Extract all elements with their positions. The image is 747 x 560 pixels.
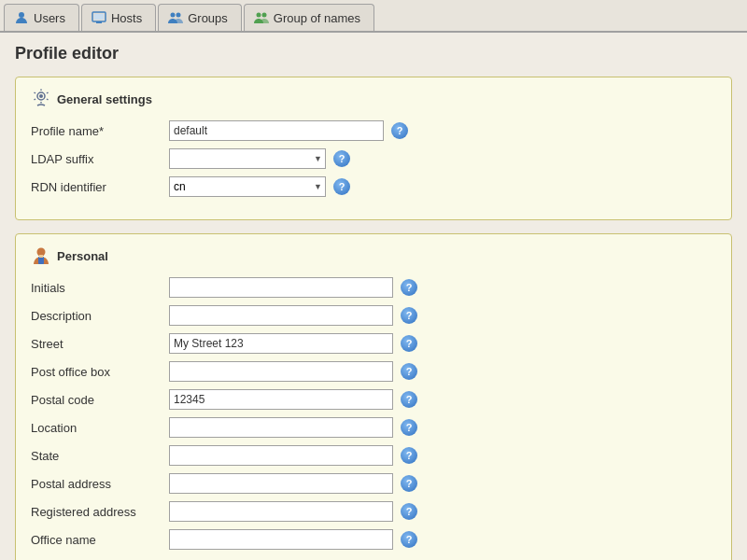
rdn-identifier-select[interactable]: cn bbox=[169, 176, 326, 197]
initials-input[interactable] bbox=[169, 277, 393, 298]
svg-point-0 bbox=[19, 12, 24, 18]
description-label: Description bbox=[31, 309, 162, 323]
office-name-label: Office name bbox=[31, 533, 162, 547]
svg-point-5 bbox=[176, 13, 181, 18]
personal-title: Personal bbox=[57, 249, 108, 263]
svg-point-7 bbox=[261, 13, 266, 18]
personal-icon bbox=[31, 245, 51, 266]
rdn-identifier-row: RDN identifier cn ? bbox=[31, 176, 716, 197]
general-settings-title: General settings bbox=[57, 92, 152, 106]
registered-address-row: Registered address ? bbox=[31, 501, 716, 522]
location-row: Location ? bbox=[31, 417, 716, 438]
svg-line-12 bbox=[47, 99, 49, 100]
street-input[interactable] bbox=[169, 333, 393, 354]
office-name-help[interactable]: ? bbox=[401, 531, 417, 548]
tab-group-of-names[interactable]: Group of names bbox=[244, 4, 374, 31]
tab-groups-label: Groups bbox=[188, 11, 228, 25]
profile-name-row: Profile name ? bbox=[31, 120, 716, 141]
main-content: Profile editor General settings Profile … bbox=[0, 33, 747, 560]
location-input[interactable] bbox=[169, 417, 393, 438]
postal-address-label: Postal address bbox=[31, 477, 162, 491]
ldap-suffix-help[interactable]: ? bbox=[333, 150, 350, 167]
profile-name-help[interactable]: ? bbox=[391, 122, 408, 139]
post-office-box-input[interactable] bbox=[169, 361, 393, 382]
initials-help[interactable]: ? bbox=[401, 279, 417, 296]
postal-address-help[interactable]: ? bbox=[401, 475, 417, 492]
svg-point-15 bbox=[39, 94, 43, 98]
state-help[interactable]: ? bbox=[401, 447, 417, 464]
svg-line-11 bbox=[35, 92, 36, 93]
tab-bar: Users Hosts Groups bbox=[0, 0, 747, 33]
street-help[interactable]: ? bbox=[401, 335, 417, 352]
svg-rect-3 bbox=[96, 21, 102, 23]
personal-header: Personal bbox=[31, 245, 716, 266]
general-settings-icon bbox=[31, 89, 51, 109]
groups-icon bbox=[168, 10, 183, 25]
profile-name-input[interactable] bbox=[169, 120, 384, 141]
postal-address-row: Postal address ? bbox=[31, 473, 716, 494]
location-label: Location bbox=[31, 421, 162, 435]
svg-line-13 bbox=[35, 99, 36, 100]
street-row: Street ? bbox=[31, 333, 716, 354]
svg-rect-17 bbox=[38, 257, 44, 264]
state-row: State ? bbox=[31, 445, 716, 466]
street-label: Street bbox=[31, 337, 162, 351]
rdn-identifier-help[interactable]: ? bbox=[333, 178, 350, 195]
registered-address-label: Registered address bbox=[31, 505, 162, 519]
postal-code-help[interactable]: ? bbox=[401, 391, 417, 408]
tab-users-label: Users bbox=[34, 11, 65, 25]
general-settings-header: General settings bbox=[31, 89, 716, 109]
initials-label: Initials bbox=[31, 281, 162, 295]
tab-users[interactable]: Users bbox=[4, 4, 79, 31]
rdn-identifier-select-wrapper: cn bbox=[169, 176, 326, 197]
initials-row: Initials ? bbox=[31, 277, 716, 298]
svg-point-4 bbox=[171, 13, 176, 18]
post-office-box-help[interactable]: ? bbox=[401, 363, 417, 380]
general-settings-section: General settings Profile name ? LDAP suf… bbox=[15, 77, 732, 220]
ldap-suffix-row: LDAP suffix ? bbox=[31, 148, 716, 169]
tab-groups[interactable]: Groups bbox=[158, 4, 242, 31]
page-title: Profile editor bbox=[15, 44, 732, 63]
registered-address-input[interactable] bbox=[169, 501, 393, 522]
description-input[interactable] bbox=[169, 305, 393, 326]
svg-line-14 bbox=[47, 92, 49, 93]
postal-code-label: Postal code bbox=[31, 393, 162, 407]
registered-address-help[interactable]: ? bbox=[401, 503, 417, 520]
office-name-input[interactable] bbox=[169, 529, 393, 550]
ldap-suffix-select[interactable] bbox=[169, 148, 326, 169]
location-help[interactable]: ? bbox=[401, 419, 417, 436]
state-label: State bbox=[31, 449, 162, 463]
postal-code-row: Postal code ? bbox=[31, 389, 716, 410]
svg-point-6 bbox=[256, 13, 261, 18]
svg-rect-18 bbox=[39, 255, 43, 258]
group-of-names-icon bbox=[254, 10, 269, 25]
rdn-identifier-label: RDN identifier bbox=[31, 180, 162, 194]
ldap-suffix-select-wrapper bbox=[169, 148, 326, 169]
state-input[interactable] bbox=[169, 445, 393, 466]
tab-hosts[interactable]: Hosts bbox=[81, 4, 156, 31]
description-help[interactable]: ? bbox=[401, 307, 417, 324]
postal-code-input[interactable] bbox=[169, 389, 393, 410]
personal-section: Personal Initials ? Description ? Street… bbox=[15, 233, 732, 560]
tab-group-of-names-label: Group of names bbox=[274, 11, 360, 25]
post-office-box-row: Post office box ? bbox=[31, 361, 716, 382]
hosts-icon bbox=[92, 10, 106, 25]
post-office-box-label: Post office box bbox=[31, 365, 162, 379]
svg-rect-2 bbox=[94, 14, 104, 20]
description-row: Description ? bbox=[31, 305, 716, 326]
tab-hosts-label: Hosts bbox=[111, 11, 142, 25]
office-name-row: Office name ? bbox=[31, 529, 716, 550]
users-icon bbox=[14, 10, 29, 25]
profile-name-label: Profile name bbox=[31, 124, 162, 138]
ldap-suffix-label: LDAP suffix bbox=[31, 152, 162, 166]
postal-address-input[interactable] bbox=[169, 473, 393, 494]
